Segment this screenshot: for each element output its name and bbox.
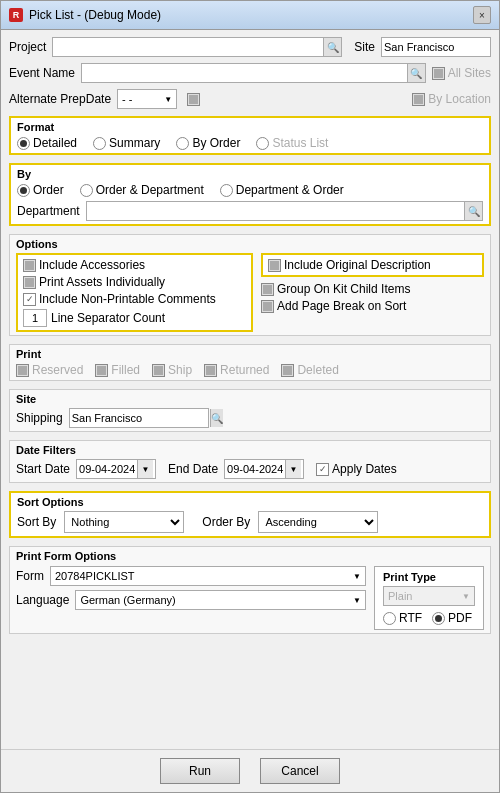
format-section: Format Detailed Summary By Order Status …: [9, 116, 491, 155]
by-dept-order-option[interactable]: Department & Order: [220, 183, 344, 197]
language-dropdown-arrow[interactable]: ▼: [353, 596, 361, 605]
form-select-wrapper[interactable]: 20784PICKLIST ▼: [50, 566, 366, 586]
shipping-input[interactable]: 🔍: [69, 408, 209, 428]
form-dropdown-arrow[interactable]: ▼: [353, 572, 361, 581]
event-name-input[interactable]: 🔍: [81, 63, 426, 83]
sort-options-row: Sort By Nothing Order By Ascending Desce…: [17, 511, 483, 533]
format-summary-radio[interactable]: [93, 137, 106, 150]
by-department-text-input[interactable]: [89, 202, 464, 220]
print-deleted-checkbox[interactable]: [281, 364, 294, 377]
by-location-checkbox[interactable]: [412, 93, 425, 106]
rtf-option[interactable]: RTF: [383, 611, 422, 625]
format-detailed-radio[interactable]: [17, 137, 30, 150]
all-sites-checkbox[interactable]: [432, 67, 445, 80]
end-date-text-input[interactable]: [225, 463, 285, 475]
site-input[interactable]: 🔍: [381, 37, 491, 57]
end-date-arrow[interactable]: ▼: [285, 460, 301, 478]
form-row: Form 20784PICKLIST ▼: [16, 566, 366, 586]
print-reserved-checkbox[interactable]: [16, 364, 29, 377]
by-order-dept-radio[interactable]: [80, 184, 93, 197]
sort-by-select[interactable]: Nothing: [64, 511, 184, 533]
by-order-option[interactable]: Order: [17, 183, 64, 197]
by-order-dept-option[interactable]: Order & Department: [80, 183, 204, 197]
event-allsites-row: Event Name 🔍 All Sites: [9, 62, 491, 84]
print-form-options-title: Print Form Options: [16, 550, 484, 562]
print-returned-option[interactable]: Returned: [204, 363, 269, 377]
start-date-input[interactable]: ▼: [76, 459, 156, 479]
shipping-search-icon[interactable]: 🔍: [210, 409, 223, 427]
print-assets-option[interactable]: Print Assets Individually: [23, 275, 246, 289]
pdf-radio[interactable]: [432, 612, 445, 625]
print-assets-checkbox[interactable]: [23, 276, 36, 289]
event-search-icon[interactable]: 🔍: [407, 64, 425, 82]
print-filled-option[interactable]: Filled: [95, 363, 140, 377]
by-order-label: Order: [33, 183, 64, 197]
project-label: Project: [9, 40, 46, 54]
project-text-input[interactable]: [55, 38, 323, 56]
all-sites-group: All Sites: [432, 66, 491, 80]
format-byorder-label: By Order: [192, 136, 240, 150]
print-deleted-option[interactable]: Deleted: [281, 363, 338, 377]
include-non-printable-checkbox[interactable]: [23, 293, 36, 306]
main-window: R Pick List - (Debug Mode) × Project 🔍 S…: [0, 0, 500, 793]
start-date-text-input[interactable]: [77, 463, 137, 475]
app-icon: R: [9, 8, 23, 22]
order-by-select[interactable]: Ascending Descending: [258, 511, 378, 533]
add-page-break-option[interactable]: Add Page Break on Sort: [261, 299, 484, 313]
project-input[interactable]: 🔍: [52, 37, 342, 57]
by-order-radio[interactable]: [17, 184, 30, 197]
alt-prep-arrow[interactable]: ▼: [164, 95, 172, 104]
format-byorder-option[interactable]: By Order: [176, 136, 240, 150]
language-select-wrapper[interactable]: German (Germany) ▼: [75, 590, 366, 610]
by-department-search-icon[interactable]: 🔍: [464, 202, 482, 220]
alt-prep-checkbox[interactable]: [187, 93, 200, 106]
print-section: Print Reserved Filled Ship Returned: [9, 344, 491, 381]
include-original-desc-checkbox[interactable]: [268, 259, 281, 272]
group-on-kit-option[interactable]: Group On Kit Child Items: [261, 282, 484, 296]
by-order-dept-label: Order & Department: [96, 183, 204, 197]
pdf-option[interactable]: PDF: [432, 611, 472, 625]
format-statuslist-option[interactable]: Status List: [256, 136, 328, 150]
line-separator-input[interactable]: [23, 309, 47, 327]
form-label: Form: [16, 569, 44, 583]
format-summary-option[interactable]: Summary: [93, 136, 160, 150]
start-date-arrow[interactable]: ▼: [137, 460, 153, 478]
by-department-input[interactable]: 🔍: [86, 201, 483, 221]
by-radio-row: Order Order & Department Department & Or…: [17, 183, 483, 197]
cancel-button[interactable]: Cancel: [260, 758, 340, 784]
line-separator-label: Line Separator Count: [51, 311, 165, 325]
print-ship-checkbox[interactable]: [152, 364, 165, 377]
include-accessories-option[interactable]: Include Accessories: [23, 258, 246, 272]
print-filled-checkbox[interactable]: [95, 364, 108, 377]
include-original-desc-box[interactable]: Include Original Description: [261, 253, 484, 277]
run-button[interactable]: Run: [160, 758, 240, 784]
window-title: Pick List - (Debug Mode): [29, 8, 161, 22]
format-detailed-option[interactable]: Detailed: [17, 136, 77, 150]
print-reserved-option[interactable]: Reserved: [16, 363, 83, 377]
alt-prep-input[interactable]: - - ▼: [117, 89, 177, 109]
end-date-input[interactable]: ▼: [224, 459, 304, 479]
include-accessories-checkbox[interactable]: [23, 259, 36, 272]
rtf-radio[interactable]: [383, 612, 396, 625]
project-search-icon[interactable]: 🔍: [323, 38, 341, 56]
format-byorder-radio[interactable]: [176, 137, 189, 150]
apply-dates-group[interactable]: Apply Dates: [316, 462, 397, 476]
rtf-pdf-row: RTF PDF: [383, 611, 475, 625]
format-statuslist-radio[interactable]: [256, 137, 269, 150]
site-text-input[interactable]: [384, 38, 500, 56]
shipping-row: Shipping 🔍: [16, 408, 484, 428]
print-returned-checkbox[interactable]: [204, 364, 217, 377]
include-non-printable-option[interactable]: Include Non-Printable Comments: [23, 292, 246, 306]
by-dept-order-radio[interactable]: [220, 184, 233, 197]
apply-dates-checkbox[interactable]: [316, 463, 329, 476]
close-button[interactable]: ×: [473, 6, 491, 24]
shipping-text-input[interactable]: [72, 409, 210, 427]
event-name-text-input[interactable]: [84, 64, 407, 82]
add-page-break-checkbox[interactable]: [261, 300, 274, 313]
print-ship-option[interactable]: Ship: [152, 363, 192, 377]
format-options: Detailed Summary By Order Status List: [17, 136, 483, 150]
group-on-kit-checkbox[interactable]: [261, 283, 274, 296]
line-separator-row: Line Separator Count: [23, 309, 246, 327]
by-location-label: By Location: [428, 92, 491, 106]
order-by-label: Order By: [202, 515, 250, 529]
